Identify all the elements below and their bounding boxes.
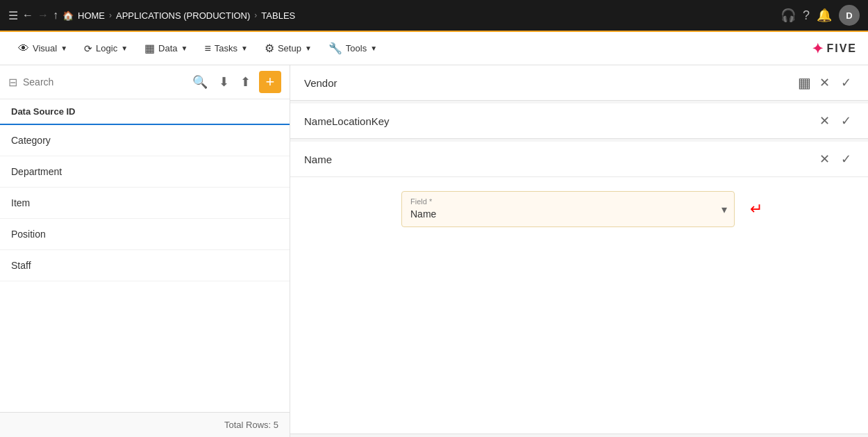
vendor-check-icon[interactable]: ✓ (838, 74, 854, 92)
name-location-key-title: NameLocationKey (304, 115, 817, 127)
breadcrumb-sep-1: › (109, 10, 112, 20)
bell-icon[interactable]: 🔔 (817, 8, 832, 23)
five-logo-star: ✦ (812, 40, 824, 57)
menu-item-tools[interactable]: 🔧 Tools ▼ (322, 38, 384, 59)
breadcrumb: 🏠 HOME › APPLICATIONS (PRODUCTION) › TAB… (62, 10, 295, 21)
name-location-key-check-icon[interactable]: ✓ (838, 112, 854, 130)
tasks-arrow-icon: ▼ (241, 44, 248, 52)
data-icon: ▦ (144, 42, 155, 55)
up-arrow-icon[interactable]: ↑ (53, 9, 58, 22)
name-section-actions: ✕ ✓ (817, 150, 854, 168)
visual-icon: 👁 (18, 42, 29, 55)
download-icon[interactable]: ⬇ (216, 72, 232, 92)
logic-arrow-icon: ▼ (121, 44, 128, 52)
name-title: Name (304, 154, 817, 165)
main-content: ⊟ 🔍 ⬇ ⬆ + Data Source ID Category Depart… (0, 65, 868, 437)
vendor-actions: ▦ ✕ ✓ (798, 74, 854, 92)
sidebar-item-category[interactable]: Category (0, 125, 290, 156)
vendor-title: Vendor (304, 77, 798, 89)
upload-icon[interactable]: ⬆ (237, 72, 253, 92)
menu-bar: 👁 Visual ▼ ⟳ Logic ▼ ▦ Data ▼ ≡ Tasks ▼ … (0, 32, 868, 65)
vendor-section-header: Vendor ▦ ✕ ✓ (290, 65, 868, 100)
setup-arrow-icon: ▼ (305, 44, 312, 52)
name-location-key-close-icon[interactable]: ✕ (817, 112, 833, 130)
top-navigation-bar: ☰ ← → ↑ 🏠 HOME › APPLICATIONS (PRODUCTIO… (0, 0, 868, 32)
top-bar-left: ☰ ← → ↑ 🏠 HOME › APPLICATIONS (PRODUCTIO… (8, 9, 775, 22)
sidebar-item-position[interactable]: Position (0, 219, 290, 250)
help-icon[interactable]: ? (803, 8, 810, 23)
menu-bar-left: 👁 Visual ▼ ⟳ Logic ▼ ▦ Data ▼ ≡ Tasks ▼ … (11, 38, 384, 59)
field-form-area: Field * Name ▾ ↵ (290, 177, 868, 241)
headset-icon[interactable]: 🎧 (781, 8, 796, 23)
vendor-grid-icon[interactable]: ▦ (798, 74, 811, 91)
sidebar-list: Category Department Item Position Staff (0, 125, 290, 412)
menu-item-visual[interactable]: 👁 Visual ▼ (11, 38, 74, 59)
menu-bar-right: ✦ FIVE (812, 40, 857, 57)
field-label: Field * (410, 197, 726, 206)
search-icon[interactable]: 🔍 (190, 72, 210, 92)
name-section-header: Name ✕ ✓ (290, 142, 868, 176)
sidebar-footer: Total Rows: 5 (0, 412, 290, 437)
sidebar: ⊟ 🔍 ⬇ ⬆ + Data Source ID Category Depart… (0, 65, 290, 437)
field-dropdown-icon[interactable]: ▾ (721, 203, 727, 216)
name-location-key-section: NameLocationKey ✕ ✓ (290, 104, 868, 139)
menu-item-data[interactable]: ▦ Data ▼ (137, 38, 194, 59)
tools-arrow-icon: ▼ (370, 44, 377, 52)
hamburger-icon[interactable]: ☰ (8, 9, 18, 22)
tools-icon: 🔧 (328, 42, 342, 55)
add-button[interactable]: + (259, 71, 281, 93)
name-check-icon[interactable]: ✓ (838, 150, 854, 168)
name-section: Name ✕ ✓ Field * Name ▾ ↵ (290, 142, 868, 434)
breadcrumb-sep-2: › (254, 10, 257, 20)
sidebar-toolbar: ⊟ 🔍 ⬇ ⬆ + (0, 65, 290, 99)
logic-icon: ⟳ (84, 43, 92, 54)
avatar[interactable]: D (839, 5, 860, 26)
red-arrow-indicator: ↵ (750, 200, 762, 218)
sidebar-header: Data Source ID (0, 99, 290, 125)
name-location-key-header: NameLocationKey ✕ ✓ (290, 104, 868, 138)
back-arrow-icon[interactable]: ← (22, 9, 33, 22)
menu-item-setup[interactable]: ⚙ Setup ▼ (258, 38, 319, 59)
search-input[interactable] (23, 76, 184, 88)
five-logo: ✦ FIVE (812, 40, 857, 57)
menu-item-logic[interactable]: ⟳ Logic ▼ (77, 39, 135, 58)
forward-arrow-icon[interactable]: → (37, 9, 49, 22)
data-arrow-icon: ▼ (181, 44, 188, 52)
tasks-icon: ≡ (204, 42, 210, 55)
name-location-key-actions: ✕ ✓ (817, 112, 854, 130)
vendor-close-icon[interactable]: ✕ (817, 74, 833, 92)
breadcrumb-home[interactable]: 🏠 HOME (62, 10, 105, 21)
sidebar-item-item[interactable]: Item (0, 188, 290, 219)
right-panel: Vendor ▦ ✕ ✓ NameLocationKey ✕ ✓ Name (290, 65, 868, 437)
breadcrumb-tables[interactable]: TABLES (261, 10, 295, 21)
name-close-icon[interactable]: ✕ (817, 150, 833, 168)
field-input-group[interactable]: Field * Name ▾ (401, 191, 735, 227)
field-value: Name (410, 208, 436, 220)
top-bar-right: 🎧 ? 🔔 D (781, 5, 860, 26)
sidebar-item-department[interactable]: Department (0, 156, 290, 188)
setup-icon: ⚙ (265, 42, 274, 55)
menu-item-tasks[interactable]: ≡ Tasks ▼ (197, 38, 254, 59)
breadcrumb-applications[interactable]: APPLICATIONS (PRODUCTION) (116, 10, 250, 21)
home-icon: 🏠 (62, 10, 74, 21)
visual-arrow-icon: ▼ (60, 44, 67, 52)
sidebar-item-staff[interactable]: Staff (0, 250, 290, 281)
filter-icon: ⊟ (8, 76, 17, 89)
vendor-section: Vendor ▦ ✕ ✓ (290, 65, 868, 101)
